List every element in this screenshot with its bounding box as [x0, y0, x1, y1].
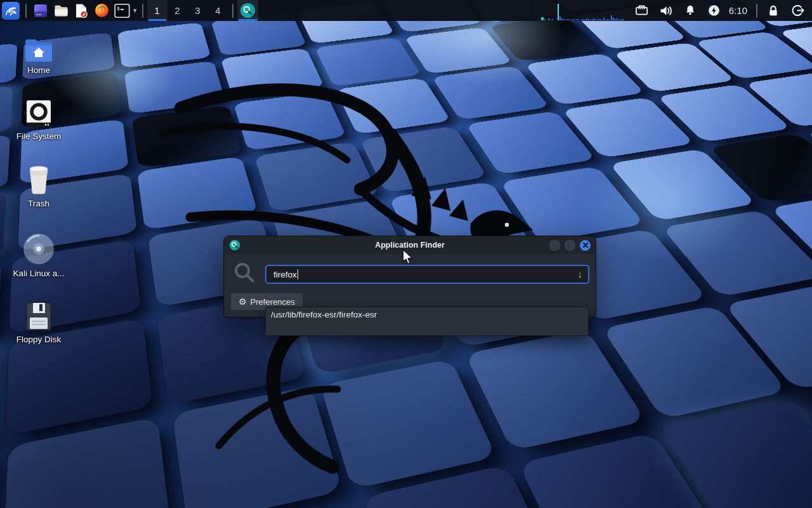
volume-icon	[658, 3, 674, 18]
panel-separator	[25, 4, 27, 18]
graph-bar	[607, 19, 608, 20]
application-finder-button[interactable]	[237, 0, 258, 21]
clock[interactable]: 6:10	[729, 5, 747, 16]
logout-icon	[790, 3, 805, 18]
graph-bar	[619, 20, 620, 20]
application-finder-window: Application Finder firefox ↓ ⚙ Preferenc…	[223, 236, 596, 318]
window-title: Application Finder	[224, 241, 596, 250]
volume-tray-button[interactable]	[658, 0, 674, 21]
close-button[interactable]	[580, 240, 591, 251]
graph-bar	[590, 20, 591, 20]
search-input[interactable]: firefox ↓	[265, 265, 589, 284]
graph-bar	[592, 19, 593, 20]
graph-bar	[582, 19, 584, 20]
launcher-file-manager[interactable]	[51, 1, 70, 20]
graph-bar	[617, 18, 618, 20]
graph-bar	[584, 20, 586, 20]
desktop-icon-label: Kali Linux a...	[5, 269, 72, 278]
graph-bar	[588, 19, 589, 20]
desktop-icon-file-system[interactable]: File System	[5, 99, 72, 141]
completion-dropdown: /usr/lib/firefox-esr/firefox-esr	[265, 307, 589, 336]
desktop-icon-label: Home	[5, 65, 72, 75]
launcher-firefox[interactable]	[92, 1, 111, 20]
graph-bar	[605, 20, 606, 20]
graph-bar	[569, 20, 570, 20]
power-manager-tray-button[interactable]	[706, 0, 723, 21]
preferences-label: Preferences	[251, 297, 295, 307]
maximize-button[interactable]	[565, 240, 575, 251]
graph-bar	[567, 19, 568, 20]
optical-disc-icon	[22, 232, 55, 265]
home-folder-icon	[23, 37, 54, 62]
launcher-window-buttons[interactable]	[31, 1, 50, 20]
graph-bar	[622, 19, 624, 20]
desktop-icon-label: Floppy Disk	[5, 335, 72, 344]
graph-bar	[548, 18, 549, 20]
titlebar[interactable]: Application Finder	[224, 236, 596, 254]
text-editor-icon	[74, 3, 88, 18]
text-caret	[298, 269, 298, 279]
floppy-disk-icon	[24, 301, 53, 331]
applications-menu-button[interactable]	[2, 2, 20, 20]
kali-menu-icon	[3, 3, 18, 18]
hard-drive-icon	[24, 99, 53, 128]
graph-bar	[599, 19, 601, 20]
workspace-label: 1	[154, 5, 159, 16]
graph-bar	[598, 19, 599, 20]
network-icon	[634, 3, 649, 18]
desktop-icon-trash[interactable]: Trash	[5, 165, 72, 208]
bell-icon	[683, 4, 697, 18]
graph-bar	[558, 4, 559, 20]
system-monitor-graph[interactable]	[541, 0, 630, 21]
close-icon	[582, 242, 589, 248]
launcher-terminal[interactable]: $	[112, 1, 131, 20]
graph-bar	[563, 19, 565, 20]
window-buttons-icon	[34, 4, 48, 18]
graph-bar	[620, 19, 622, 20]
workspace-4[interactable]: 4	[208, 0, 228, 21]
finder-body: firefox ↓ ⚙ Preferences /usr/lib/firefox…	[224, 254, 596, 318]
graph-bar	[541, 17, 544, 20]
graph-bar	[609, 20, 610, 20]
graph-bar	[615, 19, 616, 20]
graph-bar	[573, 19, 574, 20]
completion-item[interactable]: /usr/lib/firefox-esr/firefox-esr	[266, 307, 588, 322]
graph-bar	[544, 19, 546, 20]
top-panel: $ ▾ 1 2 3 4	[0, 0, 812, 21]
chevron-down-icon[interactable]: ▾	[133, 6, 137, 15]
dropdown-arrow-icon[interactable]: ↓	[578, 269, 583, 279]
graph-bar	[586, 18, 587, 20]
graph-bar	[579, 20, 580, 20]
workspace-label: 3	[195, 5, 200, 16]
search-icon	[233, 262, 256, 284]
lock-screen-button[interactable]	[765, 0, 782, 21]
gear-icon: ⚙	[239, 297, 247, 307]
graph-bar	[596, 20, 597, 20]
desktop-icon-floppy-disk[interactable]: Floppy Disk	[5, 301, 72, 344]
file-manager-icon	[54, 4, 69, 18]
graph-bar	[580, 20, 582, 20]
trash-bin-icon	[24, 165, 53, 196]
graph-bar	[575, 20, 576, 20]
svg-text:$: $	[117, 6, 120, 11]
graph-bar	[594, 18, 595, 20]
notifications-tray-button[interactable]	[682, 0, 698, 21]
minimize-button[interactable]	[549, 240, 560, 251]
workspace-1[interactable]: 1	[147, 0, 167, 21]
desktop-icon-label: File System	[5, 131, 72, 141]
desktop-icon-home[interactable]: Home	[5, 37, 72, 75]
workspace-2[interactable]: 2	[167, 0, 188, 21]
lock-icon	[766, 4, 780, 18]
network-tray-button[interactable]	[634, 0, 650, 21]
search-icon	[240, 3, 256, 18]
firefox-icon	[95, 3, 109, 18]
logout-button[interactable]	[789, 0, 806, 21]
workspace-label: 4	[215, 5, 220, 16]
power-manager-icon	[707, 4, 721, 17]
desktop-icon-kali-linux[interactable]: Kali Linux a...	[5, 232, 72, 278]
graph-bar	[550, 20, 551, 20]
panel-separator	[142, 4, 143, 18]
launcher-text-editor[interactable]	[72, 1, 91, 20]
search-input-value: firefox	[273, 270, 297, 279]
workspace-3[interactable]: 3	[188, 0, 208, 21]
